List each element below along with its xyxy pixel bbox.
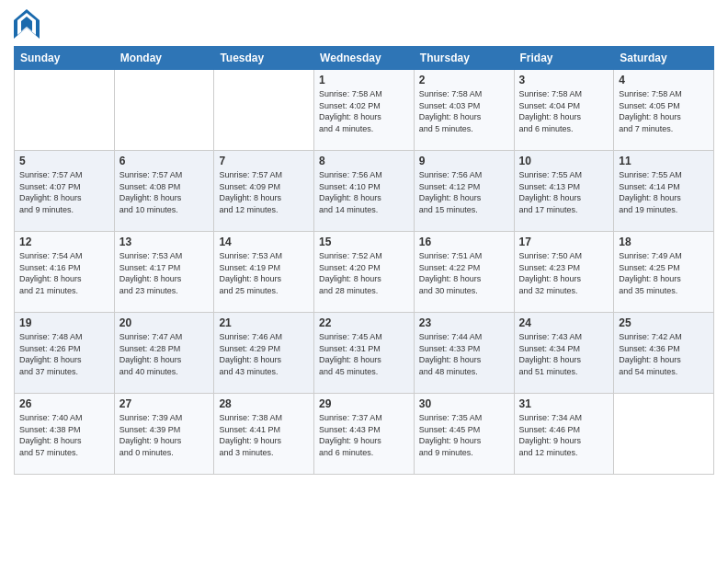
calendar-cell: 11Sunrise: 7:55 AM Sunset: 4:14 PM Dayli… <box>614 151 714 232</box>
calendar-cell <box>214 70 314 151</box>
calendar-cell: 25Sunrise: 7:42 AM Sunset: 4:36 PM Dayli… <box>614 313 714 394</box>
day-info: Sunrise: 7:52 AM Sunset: 4:20 PM Dayligh… <box>319 251 382 295</box>
day-number: 11 <box>619 155 709 167</box>
calendar-cell: 12Sunrise: 7:54 AM Sunset: 4:16 PM Dayli… <box>15 232 115 313</box>
calendar-cell: 15Sunrise: 7:52 AM Sunset: 4:20 PM Dayli… <box>314 232 415 313</box>
weekday-header: Sunday <box>15 47 115 70</box>
day-number: 16 <box>419 236 509 248</box>
day-info: Sunrise: 7:42 AM Sunset: 4:36 PM Dayligh… <box>619 332 682 376</box>
calendar-cell: 8Sunrise: 7:56 AM Sunset: 4:10 PM Daylig… <box>314 151 415 232</box>
calendar-cell: 17Sunrise: 7:50 AM Sunset: 4:23 PM Dayli… <box>514 232 614 313</box>
day-number: 28 <box>219 397 309 410</box>
day-number: 5 <box>19 155 109 167</box>
calendar-cell: 24Sunrise: 7:43 AM Sunset: 4:34 PM Dayli… <box>514 313 614 394</box>
weekday-header-row: SundayMondayTuesdayWednesdayThursdayFrid… <box>15 47 714 70</box>
calendar-week-row: 26Sunrise: 7:40 AM Sunset: 4:38 PM Dayli… <box>15 394 714 475</box>
calendar-cell <box>114 70 214 151</box>
day-info: Sunrise: 7:35 AM Sunset: 4:45 PM Dayligh… <box>419 413 483 457</box>
day-number: 4 <box>619 74 709 86</box>
calendar-cell: 31Sunrise: 7:34 AM Sunset: 4:46 PM Dayli… <box>514 394 614 475</box>
day-number: 14 <box>219 236 309 248</box>
day-info: Sunrise: 7:46 AM Sunset: 4:29 PM Dayligh… <box>219 332 282 376</box>
calendar-cell: 4Sunrise: 7:58 AM Sunset: 4:05 PM Daylig… <box>614 70 714 151</box>
day-info: Sunrise: 7:49 AM Sunset: 4:25 PM Dayligh… <box>619 251 682 295</box>
calendar-cell <box>15 70 115 151</box>
day-info: Sunrise: 7:55 AM Sunset: 4:13 PM Dayligh… <box>519 170 583 214</box>
day-number: 7 <box>219 155 309 167</box>
header <box>14 9 714 39</box>
day-number: 21 <box>219 316 309 329</box>
calendar-cell: 5Sunrise: 7:57 AM Sunset: 4:07 PM Daylig… <box>15 151 115 232</box>
day-number: 22 <box>319 316 409 329</box>
calendar-cell: 30Sunrise: 7:35 AM Sunset: 4:45 PM Dayli… <box>414 394 514 475</box>
day-number: 24 <box>519 316 609 329</box>
calendar-cell: 26Sunrise: 7:40 AM Sunset: 4:38 PM Dayli… <box>15 394 115 475</box>
day-info: Sunrise: 7:50 AM Sunset: 4:23 PM Dayligh… <box>519 251 583 295</box>
calendar-cell: 7Sunrise: 7:57 AM Sunset: 4:09 PM Daylig… <box>214 151 314 232</box>
day-info: Sunrise: 7:47 AM Sunset: 4:28 PM Dayligh… <box>119 332 183 376</box>
calendar-cell: 13Sunrise: 7:53 AM Sunset: 4:17 PM Dayli… <box>114 232 214 313</box>
day-number: 17 <box>519 236 609 248</box>
day-number: 19 <box>19 316 109 329</box>
weekday-header: Monday <box>114 47 214 70</box>
day-info: Sunrise: 7:57 AM Sunset: 4:09 PM Dayligh… <box>219 170 282 214</box>
calendar-cell <box>614 394 714 475</box>
day-info: Sunrise: 7:56 AM Sunset: 4:12 PM Dayligh… <box>419 170 483 214</box>
calendar-week-row: 12Sunrise: 7:54 AM Sunset: 4:16 PM Dayli… <box>15 232 714 313</box>
calendar-cell: 14Sunrise: 7:53 AM Sunset: 4:19 PM Dayli… <box>214 232 314 313</box>
weekday-header: Saturday <box>614 47 714 70</box>
day-number: 18 <box>619 236 709 248</box>
logo <box>14 9 40 39</box>
day-number: 30 <box>419 397 509 410</box>
day-info: Sunrise: 7:53 AM Sunset: 4:17 PM Dayligh… <box>119 251 183 295</box>
day-info: Sunrise: 7:57 AM Sunset: 4:07 PM Dayligh… <box>19 170 83 214</box>
calendar-cell: 6Sunrise: 7:57 AM Sunset: 4:08 PM Daylig… <box>114 151 214 232</box>
day-info: Sunrise: 7:38 AM Sunset: 4:41 PM Dayligh… <box>219 413 282 457</box>
day-number: 13 <box>119 236 210 248</box>
day-info: Sunrise: 7:57 AM Sunset: 4:08 PM Dayligh… <box>119 170 183 214</box>
day-number: 8 <box>319 155 409 167</box>
calendar-cell: 16Sunrise: 7:51 AM Sunset: 4:22 PM Dayli… <box>414 232 514 313</box>
calendar-cell: 19Sunrise: 7:48 AM Sunset: 4:26 PM Dayli… <box>15 313 115 394</box>
calendar-cell: 2Sunrise: 7:58 AM Sunset: 4:03 PM Daylig… <box>414 70 514 151</box>
day-number: 9 <box>419 155 509 167</box>
calendar-cell: 27Sunrise: 7:39 AM Sunset: 4:39 PM Dayli… <box>114 394 214 475</box>
day-info: Sunrise: 7:51 AM Sunset: 4:22 PM Dayligh… <box>419 251 483 295</box>
day-number: 23 <box>419 316 509 329</box>
calendar-cell: 22Sunrise: 7:45 AM Sunset: 4:31 PM Dayli… <box>314 313 415 394</box>
day-number: 29 <box>319 397 409 410</box>
day-number: 10 <box>519 155 609 167</box>
calendar: SundayMondayTuesdayWednesdayThursdayFrid… <box>14 46 714 475</box>
day-number: 27 <box>119 397 210 410</box>
calendar-cell: 21Sunrise: 7:46 AM Sunset: 4:29 PM Dayli… <box>214 313 314 394</box>
day-number: 1 <box>319 74 409 86</box>
day-number: 26 <box>19 397 109 410</box>
weekday-header: Wednesday <box>314 47 415 70</box>
day-info: Sunrise: 7:39 AM Sunset: 4:39 PM Dayligh… <box>119 413 183 457</box>
calendar-cell: 20Sunrise: 7:47 AM Sunset: 4:28 PM Dayli… <box>114 313 214 394</box>
calendar-week-row: 19Sunrise: 7:48 AM Sunset: 4:26 PM Dayli… <box>15 313 714 394</box>
day-info: Sunrise: 7:40 AM Sunset: 4:38 PM Dayligh… <box>19 413 83 457</box>
day-info: Sunrise: 7:58 AM Sunset: 4:02 PM Dayligh… <box>319 89 382 133</box>
day-number: 3 <box>519 74 609 86</box>
day-number: 12 <box>19 236 109 248</box>
day-info: Sunrise: 7:43 AM Sunset: 4:34 PM Dayligh… <box>519 332 583 376</box>
day-info: Sunrise: 7:54 AM Sunset: 4:16 PM Dayligh… <box>19 251 83 295</box>
calendar-cell: 29Sunrise: 7:37 AM Sunset: 4:43 PM Dayli… <box>314 394 415 475</box>
weekday-header: Tuesday <box>214 47 314 70</box>
day-info: Sunrise: 7:55 AM Sunset: 4:14 PM Dayligh… <box>619 170 682 214</box>
logo-icon <box>14 9 40 39</box>
weekday-header: Thursday <box>414 47 514 70</box>
calendar-cell: 3Sunrise: 7:58 AM Sunset: 4:04 PM Daylig… <box>514 70 614 151</box>
day-info: Sunrise: 7:48 AM Sunset: 4:26 PM Dayligh… <box>19 332 83 376</box>
calendar-week-row: 5Sunrise: 7:57 AM Sunset: 4:07 PM Daylig… <box>15 151 714 232</box>
day-info: Sunrise: 7:44 AM Sunset: 4:33 PM Dayligh… <box>419 332 483 376</box>
day-info: Sunrise: 7:56 AM Sunset: 4:10 PM Dayligh… <box>319 170 382 214</box>
day-info: Sunrise: 7:37 AM Sunset: 4:43 PM Dayligh… <box>319 413 382 457</box>
day-number: 2 <box>419 74 509 86</box>
day-number: 31 <box>519 397 609 410</box>
calendar-cell: 1Sunrise: 7:58 AM Sunset: 4:02 PM Daylig… <box>314 70 415 151</box>
calendar-cell: 9Sunrise: 7:56 AM Sunset: 4:12 PM Daylig… <box>414 151 514 232</box>
day-info: Sunrise: 7:58 AM Sunset: 4:04 PM Dayligh… <box>519 89 583 133</box>
calendar-cell: 10Sunrise: 7:55 AM Sunset: 4:13 PM Dayli… <box>514 151 614 232</box>
